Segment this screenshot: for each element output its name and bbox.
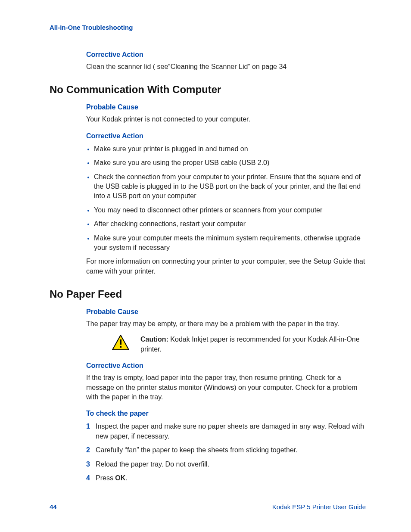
list-item: Press OK. bbox=[86, 473, 366, 483]
step-text-bold: OK bbox=[115, 474, 125, 482]
list-item: Check the connection from your computer … bbox=[94, 172, 366, 201]
list-item: After checking connections, restart your… bbox=[94, 219, 366, 229]
heading-no-communication: No Communication With Computer bbox=[50, 84, 366, 96]
step-text-post: . bbox=[125, 474, 127, 482]
heading-corrective-action: Corrective Action bbox=[86, 51, 366, 59]
numbered-list: Inspect the paper and make sure no paper… bbox=[86, 422, 366, 483]
page-footer: 44 Kodak ESP 5 Printer User Guide bbox=[50, 503, 366, 510]
document-page: All-in-One Troubleshooting Corrective Ac… bbox=[0, 0, 411, 532]
body-text: Your Kodak printer is not connected to y… bbox=[86, 115, 366, 124]
svg-rect-1 bbox=[120, 339, 121, 345]
heading-probable-cause: Probable Cause bbox=[86, 308, 366, 316]
caution-block: Caution: Kodak Inkjet paper is recommend… bbox=[112, 335, 366, 354]
heading-corrective-action: Corrective Action bbox=[86, 362, 366, 370]
warning-icon bbox=[112, 335, 129, 350]
list-item: Reload the paper tray. Do not overfill. bbox=[86, 460, 366, 469]
list-item: Make sure your printer is plugged in and… bbox=[94, 144, 366, 154]
heading-probable-cause: Probable Cause bbox=[86, 103, 366, 111]
caution-text: Caution: Kodak Inkjet paper is recommend… bbox=[140, 335, 366, 354]
list-item: You may need to disconnect other printer… bbox=[94, 205, 366, 215]
body-text: If the tray is empty, load paper into th… bbox=[86, 373, 366, 402]
caution-body: Kodak Inkjet paper is recommended for yo… bbox=[140, 336, 360, 352]
heading-to-check-the-paper: To check the paper bbox=[86, 410, 366, 417]
list-item: Inspect the paper and make sure no paper… bbox=[86, 422, 366, 441]
section-corrective-action-tail: Corrective Action Clean the scanner lid … bbox=[86, 51, 366, 72]
list-item: Carefully “fan” the paper to keep the sh… bbox=[86, 445, 366, 455]
heading-corrective-action: Corrective Action bbox=[86, 132, 366, 140]
step-text-pre: Press bbox=[96, 474, 115, 482]
list-item: Make sure you are using the proper USB c… bbox=[94, 158, 366, 168]
page-number: 44 bbox=[50, 503, 57, 510]
section-no-paper-feed-body: Probable Cause The paper tray may be emp… bbox=[86, 308, 366, 483]
body-text: Clean the scanner lid ( see“Cleaning the… bbox=[86, 62, 366, 72]
running-header: All-in-One Troubleshooting bbox=[50, 24, 366, 31]
body-text: The paper tray may be empty, or there ma… bbox=[86, 319, 366, 329]
heading-no-paper-feed: No Paper Feed bbox=[50, 288, 366, 300]
svg-rect-2 bbox=[120, 346, 121, 348]
list-item: Make sure your computer meets the minimu… bbox=[94, 233, 366, 253]
guide-title: Kodak ESP 5 Printer User Guide bbox=[272, 503, 366, 510]
bullet-list: Make sure your printer is plugged in and… bbox=[86, 144, 366, 253]
body-text: For more information on connecting your … bbox=[86, 257, 366, 276]
caution-label: Caution: bbox=[140, 336, 168, 343]
section-no-communication-body: Probable Cause Your Kodak printer is not… bbox=[86, 103, 366, 276]
